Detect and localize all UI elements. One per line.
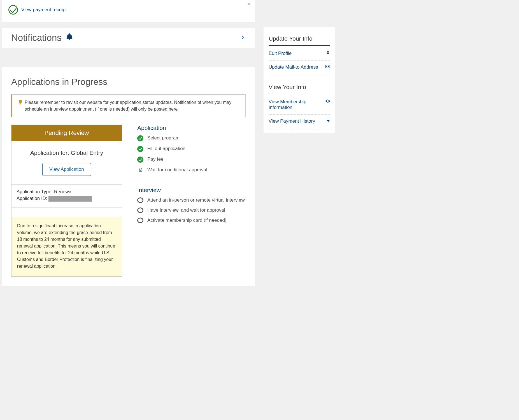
sidebar-link-label: View Membership Information bbox=[269, 99, 325, 110]
reminder-tip: Please remember to revisit our website f… bbox=[11, 94, 246, 117]
circle-icon bbox=[137, 218, 143, 223]
svg-point-1 bbox=[326, 66, 327, 67]
payment-success-alert: View payment receipt × bbox=[2, 0, 255, 22]
check-icon bbox=[137, 146, 143, 152]
status-badge: Pending Review bbox=[11, 125, 122, 141]
application-type-label: Application Type: bbox=[17, 189, 53, 194]
application-type-value: Renewal bbox=[54, 189, 73, 194]
application-for-label: Application for: bbox=[30, 150, 69, 156]
circle-icon bbox=[137, 197, 143, 203]
grace-period-notice: Due to a significant increase in applica… bbox=[11, 217, 122, 276]
step-item: Select program bbox=[137, 135, 246, 141]
sidebar-link-update-mail-to-address[interactable]: Update Mail-to Address bbox=[269, 60, 330, 74]
user-icon bbox=[326, 51, 330, 55]
lightbulb-icon bbox=[18, 100, 22, 113]
notifications-card[interactable]: Notifications bbox=[2, 28, 255, 48]
status-spacer bbox=[11, 207, 122, 217]
check-circle-icon bbox=[8, 5, 18, 15]
check-icon bbox=[137, 157, 143, 163]
chevron-right-icon[interactable] bbox=[241, 33, 246, 42]
application-id-redacted bbox=[48, 196, 92, 202]
sidebar-link-view-membership-information[interactable]: View Membership Information bbox=[269, 95, 330, 115]
view-application-button[interactable]: View Application bbox=[42, 163, 91, 176]
view-receipt-link[interactable]: View payment receipt bbox=[21, 7, 67, 13]
application-steps: Application Select programFill out appli… bbox=[137, 125, 246, 277]
step-label: Have interview, and wait for approval bbox=[147, 207, 225, 213]
step-label: Attend an in-person or remote virtual in… bbox=[147, 197, 245, 203]
step-item: Attend an in-person or remote virtual in… bbox=[137, 197, 246, 203]
update-info-heading: Update Your Info bbox=[269, 35, 330, 46]
eye-icon bbox=[325, 99, 330, 104]
bell-icon bbox=[66, 32, 73, 43]
application-id-label: Application ID: bbox=[17, 196, 47, 201]
step-label: Select program bbox=[147, 135, 180, 141]
reminder-text: Please remember to revisit our website f… bbox=[25, 99, 239, 113]
step-label: Activate membership card (if needed) bbox=[147, 218, 227, 223]
applications-section: Applications in Progress Please remember… bbox=[2, 67, 255, 286]
step-label: Fill out application bbox=[147, 146, 185, 151]
hourglass-icon bbox=[137, 167, 143, 173]
step-label: Pay fee bbox=[147, 157, 164, 162]
sidebar-link-edit-profile[interactable]: Edit Profile bbox=[269, 47, 330, 60]
application-steps-heading: Application bbox=[137, 125, 246, 131]
notifications-heading: Notifications bbox=[11, 32, 62, 43]
step-item: Have interview, and wait for approval bbox=[137, 207, 246, 213]
sidebar-link-label: Update Mail-to Address bbox=[269, 64, 318, 70]
application-status-card: Pending Review Application for: Global E… bbox=[11, 125, 122, 277]
step-label: Wait for conditional approval bbox=[147, 167, 207, 173]
application-for-value: Global Entry bbox=[71, 150, 103, 156]
step-item: Activate membership card (if needed) bbox=[137, 218, 246, 223]
caret-icon bbox=[327, 118, 330, 123]
interview-steps-heading: Interview bbox=[137, 187, 246, 193]
sidebar-link-label: View Payment History bbox=[269, 118, 315, 124]
check-icon bbox=[137, 135, 143, 141]
view-info-heading: View Your Info bbox=[269, 84, 330, 94]
sidebar-link-label: Edit Profile bbox=[269, 51, 292, 56]
sidebar-link-view-payment-history[interactable]: View Payment History bbox=[269, 115, 330, 128]
step-item: Wait for conditional approval bbox=[137, 167, 246, 173]
step-item: Pay fee bbox=[137, 157, 246, 163]
step-item: Fill out application bbox=[137, 146, 246, 152]
card-icon bbox=[325, 64, 330, 69]
sidebar: Update Your Info Edit ProfileUpdate Mail… bbox=[264, 27, 335, 133]
close-icon[interactable]: × bbox=[247, 1, 251, 8]
applications-heading: Applications in Progress bbox=[11, 77, 246, 87]
circle-icon bbox=[137, 207, 143, 213]
